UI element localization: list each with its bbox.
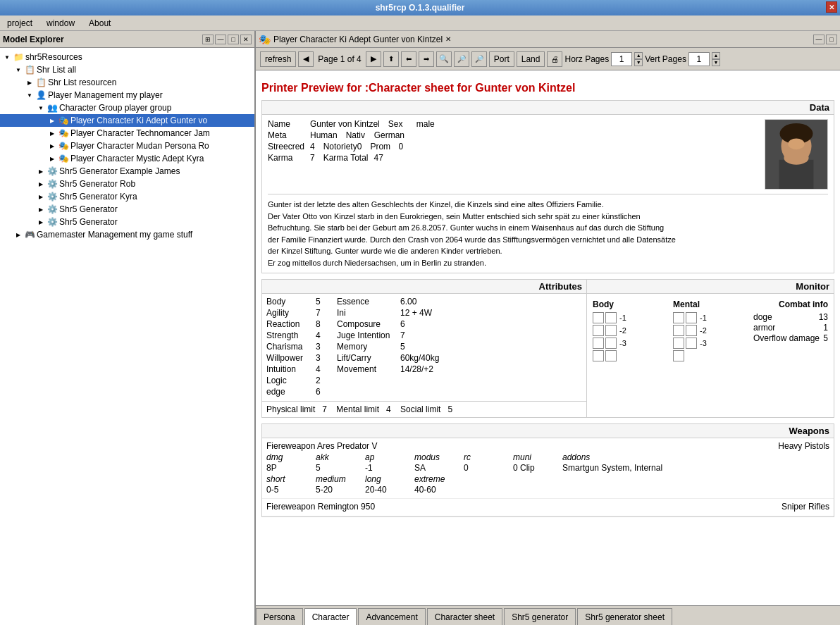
- menu-project[interactable]: project: [3, 17, 37, 30]
- tree-expander-shr5_gen_kyra[interactable]: ▶: [35, 191, 47, 202]
- svg-point-3: [788, 139, 804, 150]
- panel-minimize-btn[interactable]: —: [215, 35, 226, 44]
- next-page-btn[interactable]: ▶: [366, 51, 381, 67]
- panel-close-btn[interactable]: ✕: [240, 35, 252, 44]
- tree-icon-player_gunter: 🎭: [58, 115, 69, 126]
- tree-expander-shr5_gen_james[interactable]: ▶: [35, 166, 47, 177]
- land-button[interactable]: Land: [517, 51, 545, 67]
- armor-row: armor 1: [753, 323, 828, 333]
- tree-expander-shr5_gen2[interactable]: ▶: [35, 216, 47, 228]
- menu-window[interactable]: window: [42, 17, 79, 30]
- doge-value: 13: [819, 312, 828, 322]
- tree-item-shr5_gen1[interactable]: ▶⚙️Shr5 Generator: [0, 203, 254, 216]
- weapon1-modus-hdr: modus: [414, 452, 450, 462]
- right-panel-close-icon[interactable]: ✕: [445, 35, 451, 43]
- tree-expander-gamemaster_management[interactable]: ▶: [13, 229, 24, 240]
- tree-item-player_mudan[interactable]: ▶🎭Player Character Mudan Persona Ro: [0, 140, 254, 152]
- tree-item-player_mystic[interactable]: ▶🎭Player Character Mystic Adept Kyra: [0, 152, 254, 165]
- right-panel-title: Player Character Ki Adept Gunter von Kin…: [273, 35, 443, 44]
- title-bar: shr5rcp O.1.3.qualifier ✕: [0, 0, 840, 16]
- tree-icon-shr_list_all: 📋: [24, 64, 35, 75]
- tree-item-shr5_gen_rob[interactable]: ▶⚙️Shr5 Generator Rob: [0, 178, 254, 190]
- doge-row: doge 13: [753, 312, 828, 322]
- attr-reaction: Reaction: [266, 319, 316, 329]
- mental-row2-label: -2: [700, 326, 707, 335]
- weapon1-short-hdr: short: [266, 474, 302, 484]
- tree-expander-root[interactable]: ▼: [1, 51, 13, 63]
- tree-expander-character_group[interactable]: ▼: [35, 102, 47, 113]
- right-panel-minimize-btn[interactable]: —: [813, 35, 824, 44]
- refresh-button[interactable]: refresh: [260, 51, 296, 67]
- tree-item-gamemaster_management[interactable]: ▶🎮Gamemaster Management my game stuff: [0, 228, 254, 241]
- tree-expander-player_mystic[interactable]: ▶: [47, 153, 58, 164]
- zoom-out-btn[interactable]: 🔎: [454, 51, 469, 67]
- tab-shr5-generator[interactable]: Shr5 generator: [504, 608, 576, 625]
- weapon1-extreme-hdr: extreme: [414, 474, 450, 484]
- tree-item-player_technomancer[interactable]: ▶🎭Player Character Technomancer Jam: [0, 127, 254, 140]
- vert-pages-input[interactable]: [688, 52, 710, 66]
- attr-charisma: Charisma: [266, 342, 316, 352]
- tree-item-root[interactable]: ▼📁shr5Resources: [0, 51, 254, 63]
- tab-advancement[interactable]: Advancement: [358, 608, 425, 625]
- prev-page-btn[interactable]: ◀: [298, 51, 314, 67]
- monitor-row-3: -3: [593, 338, 667, 349]
- vert-pages-up[interactable]: ▲: [712, 52, 720, 59]
- weapon1-akk-hdr: akk: [316, 452, 351, 462]
- prom-value: 0: [398, 142, 403, 151]
- tree-expander-shr5_gen1[interactable]: ▶: [35, 204, 47, 215]
- right-panel-maximize-btn[interactable]: □: [826, 35, 837, 44]
- tree-expander-shr_list_all[interactable]: ▼: [13, 64, 24, 75]
- tree-expander-player_management[interactable]: ▼: [24, 89, 35, 101]
- tree-item-player_management[interactable]: ▼👤Player Management my player: [0, 89, 254, 101]
- attr-strength: Strength: [266, 330, 316, 340]
- tree-item-character_group[interactable]: ▼👥Character Group player group: [0, 101, 254, 114]
- mental-row-2: -2: [673, 325, 748, 336]
- monitor-row-1: -1: [593, 312, 667, 323]
- tree-item-shr5_gen_james[interactable]: ▶⚙️Shr5 Generator Example James: [0, 165, 254, 178]
- street-label: Streecred: [268, 142, 310, 151]
- horz-pages-down[interactable]: ▼: [634, 59, 643, 66]
- tree-expander-player_gunter[interactable]: ▶: [47, 115, 58, 126]
- search-btn[interactable]: 🔍: [436, 51, 452, 67]
- body-box-1a: [593, 312, 604, 323]
- zoom-in-btn[interactable]: 🔎: [471, 51, 487, 67]
- data-fields: Name Gunter von Kintzel Sex male Meta Hu…: [268, 119, 751, 190]
- tree-expander-player_technomancer[interactable]: ▶: [47, 128, 58, 139]
- panel-maximize-btn[interactable]: □: [228, 35, 239, 44]
- tree-item-player_gunter[interactable]: ▶🎭Player Character Ki Adept Gunter vo: [0, 114, 254, 127]
- armor-label: armor: [753, 323, 775, 333]
- tree-item-shr_list_resources[interactable]: ▶📋Shr List resourcen: [0, 76, 254, 89]
- horz-pages-input[interactable]: [611, 52, 632, 66]
- mental-row-1: -1: [673, 312, 748, 323]
- horz-pages-up[interactable]: ▲: [634, 52, 643, 59]
- content-area: Printer Preview for :Character sheet for…: [256, 70, 840, 605]
- sex-value: male: [416, 119, 435, 129]
- toolbar: refresh ◀ Page 1 of 4 ▶ ⬆ ⬅ ➡ 🔍 🔎 🔎 Port…: [256, 48, 840, 70]
- tree-expander-shr_list_resources[interactable]: ▶: [24, 77, 35, 88]
- tab-character-sheet[interactable]: Character sheet: [427, 608, 502, 625]
- tree-expander-shr5_gen_rob[interactable]: ▶: [35, 178, 47, 190]
- data-section: Data Name Gunter von Kintzel Sex male Me…: [261, 100, 834, 273]
- scroll-right-btn[interactable]: ➡: [419, 51, 434, 67]
- tree-item-shr5_gen_kyra[interactable]: ▶⚙️Shr5 Generator Kyra: [0, 190, 254, 203]
- title-bar-close[interactable]: ✕: [826, 1, 837, 13]
- mental-row3-label: -3: [700, 339, 707, 347]
- menu-about[interactable]: About: [85, 17, 115, 30]
- karma-total-label: Karma Total: [323, 153, 369, 163]
- weapon-entry-2: Fiereweapon Remington 950 Sniper Rifles: [262, 499, 834, 516]
- tree-expander-player_mudan[interactable]: ▶: [47, 140, 58, 151]
- print-btn[interactable]: 🖨: [547, 51, 562, 67]
- scroll-up-btn[interactable]: ⬆: [383, 51, 399, 67]
- tab-persona[interactable]: Persona: [256, 608, 303, 625]
- right-panel: 🎭 Player Character Ki Adept Gunter von K…: [256, 31, 840, 625]
- tab-shr5-generator-sheet[interactable]: Shr5 generator sheet: [577, 608, 672, 625]
- port-button[interactable]: Port: [489, 51, 514, 67]
- armor-value: 1: [823, 323, 828, 333]
- panel-icon-btn[interactable]: ⊞: [202, 35, 214, 44]
- attributes-table: Body5Essence6.00 Agility7Ini12 + 4W Reac…: [262, 294, 586, 401]
- tree-item-shr_list_all[interactable]: ▼📋Shr List all: [0, 63, 254, 76]
- vert-pages-down[interactable]: ▼: [712, 59, 720, 66]
- tab-character[interactable]: Character: [304, 608, 357, 625]
- scroll-left-btn[interactable]: ⬅: [401, 51, 416, 67]
- tree-item-shr5_gen2[interactable]: ▶⚙️Shr5 Generator: [0, 216, 254, 228]
